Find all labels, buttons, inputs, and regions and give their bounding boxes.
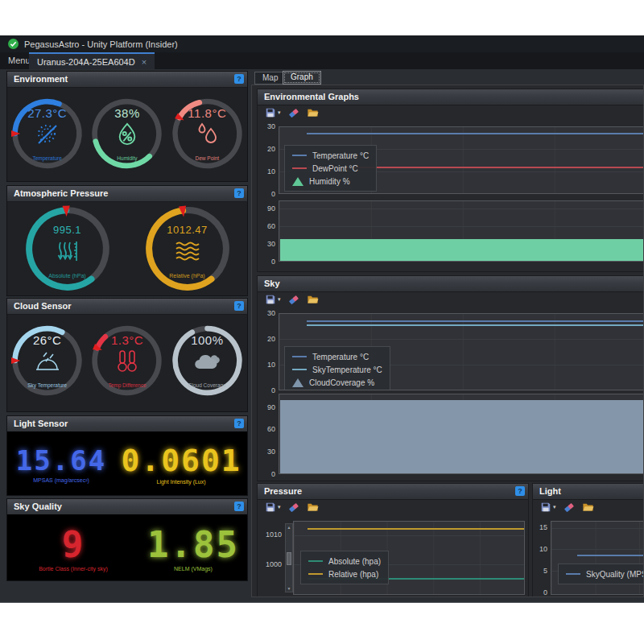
temp-difference-value: 1.3°C <box>89 333 165 347</box>
atmospheric-pressure-panel: Atmospheric Pressure ? 995.1 Absolute (h… <box>6 185 248 296</box>
tab-graph[interactable]: Graph <box>283 71 321 85</box>
humidity-value: 38% <box>89 106 165 120</box>
temperature-value: 27.3°C <box>9 106 85 120</box>
save-chart-button[interactable]: ▾ <box>265 107 281 118</box>
help-icon[interactable]: ? <box>234 502 244 511</box>
y-axis: 151050 <box>536 521 551 595</box>
pressure-chart: 10101000 ▲▼ Absolute (hpa) Relative (hpa… <box>261 521 525 595</box>
humidity-area-chart: 9060300 <box>264 200 644 262</box>
sky-quality-header: Sky Quality ? <box>7 499 247 515</box>
relative-pressure-label: Relative (hPa) <box>139 273 236 279</box>
cloud-coverage-gauge: 100% Cloud Coverage <box>169 314 246 407</box>
chart-vertical-scrollbar[interactable]: ▲▼ <box>285 523 293 592</box>
chevron-down-icon[interactable]: ▾ <box>553 504 556 510</box>
environmental-graphs-header: Environmental Graphs <box>258 89 644 105</box>
relative-pressure-icon <box>175 240 200 264</box>
sky-quality-series-line <box>577 555 644 556</box>
open-folder-button[interactable] <box>307 502 319 513</box>
chart-legend: Temperature °C SkyTemperature °C CloudCo… <box>284 346 390 390</box>
absolute-pressure-icon <box>56 240 80 266</box>
pressure-toolbar: ▾ <box>258 499 319 515</box>
save-chart-button[interactable]: ▾ <box>540 502 556 513</box>
light-sensor-header: Light Sensor ? <box>7 416 247 432</box>
cloud-coverage-icon <box>193 349 221 374</box>
environmental-graphs-section: Environmental Graphs ▾ 3020100 <box>257 89 644 272</box>
title-bar: PegasusAstro - Unity Platform (Insider) <box>0 35 644 52</box>
device-tab-label: Uranus-204A-25EA604D <box>37 57 135 67</box>
menu-button[interactable]: Menu <box>8 56 31 65</box>
nelm-reading: 1.85 NELM (VMags) <box>139 514 247 580</box>
save-chart-button[interactable]: ▾ <box>265 294 281 305</box>
help-icon[interactable]: ? <box>234 419 244 428</box>
y-axis: 9060300 <box>264 394 279 474</box>
help-icon[interactable]: ? <box>234 301 244 311</box>
absolute-pressure-gauge: 995.1 Absolute (hPa) <box>19 201 116 296</box>
pressure-header: Pressure ? <box>258 484 528 500</box>
temp-difference-gauge: 1.3°C Temp Difference <box>89 314 165 407</box>
temp-difference-icon <box>115 349 139 377</box>
menu-row: Menu Uranus-204A-25EA604D × <box>0 52 644 69</box>
humidity-area-fill <box>280 239 644 261</box>
temperature-icon <box>35 122 60 150</box>
cloud-sensor-panel: Cloud Sensor ? 26°C Sky Temperature 1.3°… <box>6 298 248 412</box>
dew-point-icon <box>196 122 218 150</box>
dew-point-label: Dew Point <box>169 155 246 161</box>
plot-area[interactable] <box>279 394 644 474</box>
window-title: PegasusAstro - Unity Platform (Insider) <box>24 39 178 49</box>
sky-temperature-value: 26°C <box>9 333 85 347</box>
scrollbar-thumb[interactable] <box>287 552 291 565</box>
device-tab[interactable]: Uranus-204A-25EA604D × <box>29 52 155 69</box>
plot-area[interactable]: Temperature °C SkyTemperature °C CloudCo… <box>279 313 644 390</box>
clear-chart-button[interactable] <box>288 107 299 118</box>
relative-pressure-value: 1012.47 <box>139 224 236 236</box>
absolute-pressure-value: 995.1 <box>19 224 116 236</box>
sky-temperature-icon <box>35 349 60 375</box>
open-folder-button[interactable] <box>307 107 319 118</box>
humidity-gauge: 38% Humidity <box>89 87 165 180</box>
y-axis: 3020100 <box>264 313 279 390</box>
lux-value: 0.0601 <box>121 443 241 478</box>
pressure-gauges: 995.1 Absolute (hPa) 1012.47 Relative (h… <box>7 201 247 296</box>
cloud-coverage-value: 100% <box>169 333 246 347</box>
sky-temperature-gauge: 26°C Sky Temperature <box>9 314 85 407</box>
plot-area[interactable]: SkyQuality (MPSAS) <box>551 521 644 595</box>
light-header: Light <box>533 484 644 500</box>
temp-difference-label: Temp Difference <box>89 382 165 388</box>
light-sensor-display: 15.64 MPSAS (mag/arcsec²) 0.0601 Light I… <box>7 431 247 495</box>
close-icon[interactable]: × <box>142 57 147 67</box>
tab-map[interactable]: Map <box>254 72 286 85</box>
y-axis: 10101000 <box>261 521 285 595</box>
clear-chart-button[interactable] <box>564 502 575 513</box>
nelm-value: 1.85 <box>147 524 239 565</box>
temperature-series-line <box>307 133 644 134</box>
sky-header: Sky <box>258 276 644 292</box>
mpsas-reading: 15.64 MPSAS (mag/arcsec²) <box>7 431 115 495</box>
help-icon[interactable]: ? <box>515 486 525 496</box>
temperature-label: Temperature <box>9 155 85 161</box>
save-chart-button[interactable]: ▾ <box>265 502 281 513</box>
open-folder-button[interactable] <box>582 502 594 513</box>
chevron-down-icon[interactable]: ▾ <box>278 504 281 510</box>
sky-section: Sky ▾ 3020100 Temperature °C <box>257 275 644 481</box>
plot-area[interactable]: Temperature °C DewPoint °C Humidity % <box>279 126 644 194</box>
clear-chart-button[interactable] <box>288 294 299 305</box>
humidity-icon <box>116 122 138 150</box>
dew-point-value: 11.8°C <box>169 106 246 120</box>
environment-header: Environment ? <box>7 72 247 88</box>
plot-area[interactable] <box>279 200 644 262</box>
help-icon[interactable]: ? <box>234 188 244 198</box>
screenshot-page: PegasusAstro - Unity Platform (Insider) … <box>0 0 644 644</box>
lux-label: Light Intensity (Lux) <box>157 479 206 485</box>
open-folder-button[interactable] <box>307 294 319 305</box>
chevron-down-icon[interactable]: ▾ <box>278 109 281 116</box>
cloud-coverage-area-chart: 9060300 <box>264 394 644 474</box>
chevron-down-icon[interactable]: ▾ <box>278 296 281 303</box>
light-sensor-panel: Light Sensor ? 15.64 MPSAS (mag/arcsec²)… <box>6 415 248 496</box>
bortle-label: Bortle Class (Inner-city sky) <box>39 566 108 572</box>
relative-pressure-gauge: 1012.47 Relative (hPa) <box>139 201 236 296</box>
clear-chart-button[interactable] <box>288 502 299 513</box>
plot-area[interactable]: Absolute (hpa) Relative (hpa) <box>293 521 525 595</box>
chart-legend: Absolute (hpa) Relative (hpa) <box>300 551 389 584</box>
sky-temperature-chart: 3020100 Temperature °C SkyTemperature °C… <box>264 313 644 390</box>
help-icon[interactable]: ? <box>234 74 244 84</box>
